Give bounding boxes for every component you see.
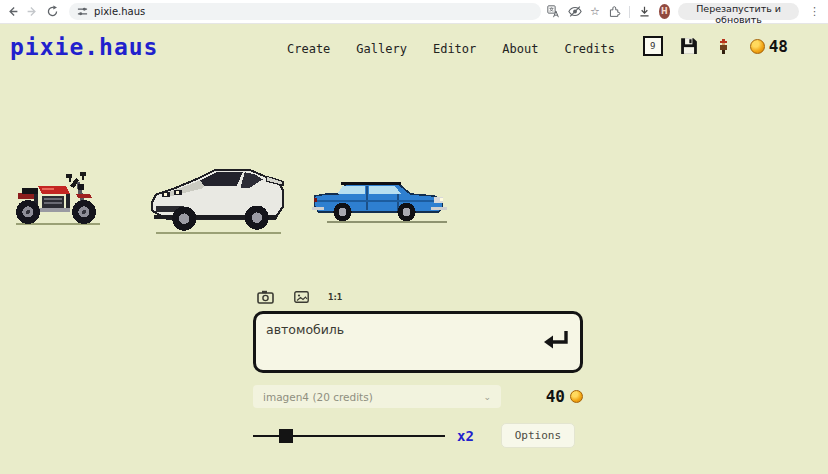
generation-counter-box[interactable]: 9 (643, 36, 663, 56)
credits-balance: 48 (750, 37, 788, 56)
submit-enter-button[interactable] (542, 328, 570, 352)
extensions-icon[interactable] (608, 4, 621, 20)
forward-icon[interactable] (26, 4, 40, 20)
cost-amount: 40 (546, 387, 565, 406)
image-icon[interactable] (292, 289, 310, 305)
browser-toolbar: pixie.haus ☆ Н Перезапустить и обновить … (0, 0, 828, 24)
scale-multiplier-label: x2 (457, 428, 474, 444)
credits-amount: 48 (769, 37, 788, 56)
generation-cost: 40 (546, 387, 583, 406)
reload-icon[interactable] (45, 4, 59, 20)
address-bar[interactable]: pixie.haus (69, 3, 541, 20)
toolbar-divider (629, 6, 630, 18)
nav-item-credits[interactable]: Credits (564, 42, 615, 56)
site-logo[interactable]: pixie.haus (10, 34, 158, 60)
nav-item-create[interactable]: Create (287, 42, 330, 56)
slider-thumb[interactable] (279, 429, 293, 443)
bookmark-star-icon[interactable]: ☆ (590, 5, 600, 18)
main-nav: Create Gallery Editor About Credits (287, 42, 615, 56)
site-settings-icon[interactable] (77, 6, 88, 17)
prompt-box: автомобиль (253, 311, 583, 373)
aspect-ratio-icon[interactable]: 1:1 (328, 292, 341, 302)
generated-image-motorcycle[interactable] (8, 170, 104, 228)
pixel-figure-icon[interactable] (715, 38, 733, 54)
scale-row: x2 Options (253, 424, 583, 447)
model-row: imagen4 (20 credits) ⌄ 40 (253, 385, 583, 408)
chevron-down-icon: ⌄ (483, 392, 491, 402)
preview-eye-off-icon[interactable] (568, 4, 582, 20)
generated-image-sports-car[interactable] (150, 162, 287, 237)
restart-update-button[interactable]: Перезапустить и обновить (678, 3, 799, 20)
prompt-tools: 1:1 (256, 289, 341, 305)
prompt-input[interactable]: автомобиль (266, 322, 536, 366)
save-floppy-icon[interactable] (680, 38, 698, 54)
generated-image-sedan[interactable] (310, 176, 447, 224)
scale-slider[interactable] (253, 429, 445, 443)
pixie-haus-page: pixie.haus ☆ Н Перезапустить и обновить … (0, 0, 828, 474)
nav-item-gallery[interactable]: Gallery (356, 42, 407, 56)
cost-coin-icon (570, 390, 583, 403)
coin-icon (750, 39, 765, 54)
url-text: pixie.haus (94, 3, 145, 20)
translate-icon[interactable] (547, 4, 560, 20)
nav-item-about[interactable]: About (502, 42, 538, 56)
download-icon[interactable] (638, 4, 651, 20)
options-button[interactable]: Options (501, 423, 575, 448)
profile-avatar[interactable]: Н (659, 4, 670, 19)
site-header: pixie.haus Create Gallery Editor About C… (0, 24, 828, 76)
camera-icon[interactable] (256, 289, 274, 305)
browser-menu-icon[interactable]: ⋮ (807, 4, 822, 20)
nav-item-editor[interactable]: Editor (433, 42, 476, 56)
browser-actions: ☆ Н Перезапустить и обновить ⋮ (547, 3, 822, 20)
back-icon[interactable] (6, 4, 20, 20)
model-selected-option: imagen4 (20 credits) (263, 391, 373, 403)
model-select[interactable]: imagen4 (20 credits) ⌄ (253, 385, 501, 408)
enter-arrow-icon (542, 328, 570, 352)
header-status-icons: 9 48 (643, 36, 788, 56)
